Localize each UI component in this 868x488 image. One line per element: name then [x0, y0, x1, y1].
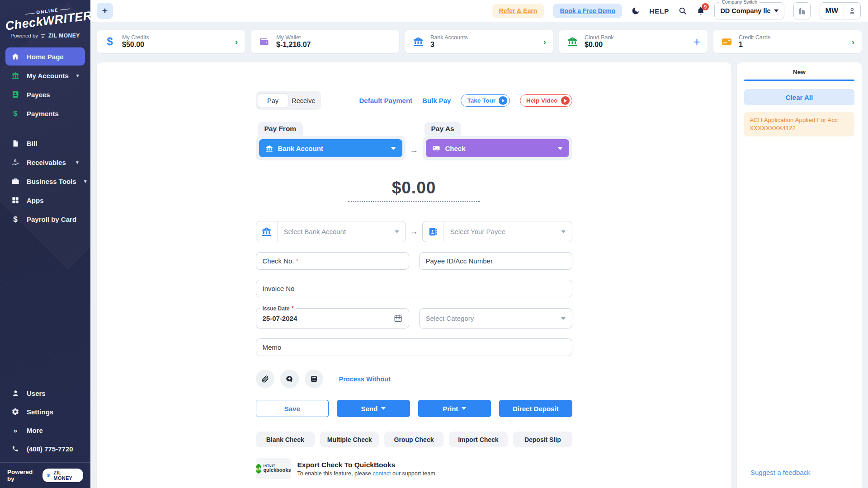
category-select[interactable]: Select Category — [419, 308, 572, 328]
pay-as-label: Pay As — [425, 122, 461, 136]
company-switch-dropdown[interactable]: Company Switch DD Company llc — [714, 2, 784, 19]
multiple-check-button[interactable]: Multiple Check — [320, 432, 379, 447]
invoice-no-field[interactable]: Invoice No — [256, 280, 572, 297]
sidebar-nav: Home Page My Accounts ▼ Payees $ Payment… — [0, 47, 90, 229]
chevron-right-icon[interactable]: › — [852, 38, 854, 46]
issue-date-field[interactable]: Issue Date* 25-07-2024 — [256, 308, 409, 328]
sidebar-item-label: Payroll by Card — [27, 216, 76, 223]
zil-money-badge[interactable]: ZIL MONEY — [42, 469, 83, 482]
tab-pay[interactable]: Pay — [258, 93, 288, 108]
briefcase-icon — [11, 177, 20, 186]
sidebar: ONLINE CheckWRITER Powered by ZIL MONEY … — [0, 0, 90, 488]
refer-earn-link[interactable]: Refer & Earn — [492, 4, 544, 18]
contact-link[interactable]: contact — [373, 470, 391, 477]
dark-mode-moon-icon[interactable] — [631, 6, 640, 15]
chevron-right-icon[interactable]: › — [235, 38, 238, 46]
blank-check-button[interactable]: Blank Check — [256, 432, 315, 447]
clear-all-button[interactable]: Clear All — [744, 89, 854, 105]
payee-id-field[interactable]: Payee ID/Acc Number — [419, 252, 572, 270]
ledger-list-button[interactable] — [305, 370, 323, 388]
sidebar-item-business-tools[interactable]: Business Tools ▼ — [5, 172, 85, 190]
save-button[interactable]: Save — [256, 400, 329, 417]
check-no-field[interactable]: Check No. * — [256, 252, 409, 270]
sidebar-item-receivables[interactable]: $ Receivables ▼ — [5, 153, 85, 171]
arrow-right-icon: → — [410, 145, 418, 160]
sidebar-item-apps[interactable]: Apps — [5, 191, 85, 209]
credit-card-icon — [721, 36, 732, 47]
direct-deposit-button[interactable]: Direct Deposit — [499, 400, 572, 417]
amount-value[interactable]: $0.00 — [256, 178, 572, 197]
sidebar-item-label: Home Page — [27, 53, 64, 61]
sidebar-item-my-accounts[interactable]: My Accounts ▼ — [5, 66, 85, 84]
stat-card-my-credits[interactable]: $ My Credits $50.00 › — [97, 30, 245, 53]
notifications-bell-icon[interactable]: 9 — [696, 6, 705, 15]
content-area: + Refer & Earn Book a Free Demo HELP 9 C… — [90, 0, 868, 488]
help-link[interactable]: HELP — [649, 7, 669, 15]
pay-from-dropdown[interactable]: Bank Account — [259, 139, 402, 157]
user-profile-icon[interactable] — [844, 3, 860, 19]
sidebar-item-phone[interactable]: (408) 775-7720 — [5, 440, 85, 458]
sidebar-item-label: My Accounts — [27, 72, 69, 80]
user-menu[interactable]: MW — [820, 2, 861, 19]
bulk-pay-link[interactable]: Bulk Pay — [422, 97, 451, 104]
chevron-right-icon[interactable]: › — [543, 38, 546, 46]
stat-card-my-wallet[interactable]: My Wallet $-1,216.07 — [251, 30, 399, 53]
quickbooks-logo: qb INTUIT quickbooks — [256, 458, 291, 479]
pay-receive-toggle: Pay Receive — [256, 91, 321, 110]
book-demo-link[interactable]: Book a Free Demo — [553, 4, 622, 18]
required-asterisk: * — [296, 258, 298, 265]
send-button[interactable]: Send — [337, 400, 410, 417]
process-without-link[interactable]: Process Without — [339, 375, 391, 383]
bank-account-select[interactable]: Select Bank Account — [256, 221, 406, 242]
company-building-button[interactable] — [793, 2, 811, 19]
take-tour-button[interactable]: Take Tour — [461, 94, 510, 107]
sidebar-item-home-page[interactable]: Home Page — [5, 47, 85, 66]
sidebar-item-more[interactable]: » More — [5, 421, 85, 439]
sidebar-item-users[interactable]: Users — [5, 384, 85, 402]
suggest-feedback-link[interactable]: Suggest a feedback — [750, 469, 811, 476]
print-button[interactable]: Print — [418, 400, 491, 417]
sidebar-item-payments[interactable]: $ Payments — [5, 104, 85, 122]
play-icon — [499, 96, 507, 105]
add-bank-plus-icon[interactable]: + — [693, 36, 700, 47]
arrow-right-icon: → — [410, 227, 418, 236]
tab-receive[interactable]: Receive — [288, 93, 319, 108]
company-switch-label: Company Switch — [719, 0, 760, 5]
bank-icon — [11, 71, 20, 80]
sidebar-item-bill[interactable]: Bill — [5, 134, 85, 152]
sidebar-footer: Powered by ZIL MONEY — [0, 462, 90, 488]
user-initials: MW — [820, 3, 844, 19]
import-check-button[interactable]: Import Check — [449, 432, 508, 447]
chevron-down-icon — [462, 407, 466, 410]
tab-new[interactable]: New — [744, 69, 854, 80]
chevron-down-icon: ▼ — [75, 73, 80, 78]
attachment-button[interactable] — [256, 370, 274, 388]
amount-underline — [348, 201, 480, 202]
sidebar-item-label: Apps — [27, 197, 44, 204]
sidebar-item-settings[interactable]: Settings — [5, 403, 85, 421]
sidebar-item-payees[interactable]: Payees — [5, 85, 85, 103]
stat-card-bank-accounts[interactable]: Bank Accounts 3 › — [405, 30, 553, 53]
stat-card-credit-cards[interactable]: Credit Cards 1 › — [713, 30, 862, 53]
search-icon[interactable] — [678, 6, 687, 15]
play-icon — [561, 96, 570, 105]
add-button[interactable]: + — [97, 3, 113, 19]
home-icon — [11, 52, 20, 61]
group-check-button[interactable]: Group Check — [384, 432, 443, 447]
calendar-icon[interactable] — [394, 314, 402, 323]
sidebar-item-payroll-by-card[interactable]: $ Payroll by Card — [5, 210, 85, 228]
default-payment-link[interactable]: Default Payment — [359, 97, 413, 104]
comment-add-button[interactable] — [280, 370, 299, 388]
pay-as-dropdown[interactable]: Check — [426, 139, 569, 157]
deposit-slip-button[interactable]: Deposit Slip — [513, 432, 572, 447]
dollar-icon: $ — [11, 109, 20, 118]
payee-select[interactable]: Select Your Payee — [422, 221, 572, 242]
sidebar-item-label: Bill — [27, 140, 37, 147]
svg-text:$: $ — [14, 158, 16, 163]
hand-dollar-icon: $ — [11, 158, 20, 167]
stat-cards-row: $ My Credits $50.00 › My Wallet $-1,216.… — [97, 30, 862, 53]
help-video-button[interactable]: Help Video — [520, 94, 572, 107]
stat-card-cloud-bank[interactable]: Cloud Bank $0.00 + — [559, 30, 708, 53]
memo-field[interactable]: Memo — [256, 338, 572, 356]
notification-item[interactable]: ACH Application Applied For Acc XXXXXXXX… — [744, 112, 854, 136]
